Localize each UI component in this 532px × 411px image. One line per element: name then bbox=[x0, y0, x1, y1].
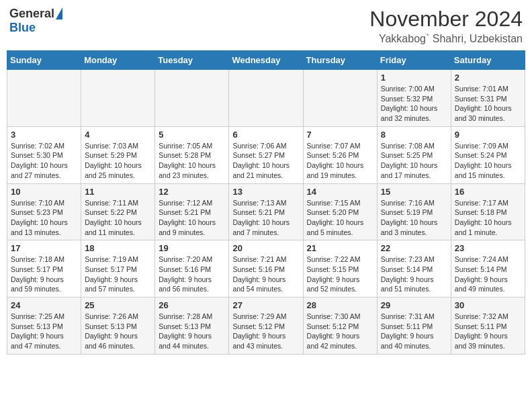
day-info: Sunrise: 7:26 AM Sunset: 5:13 PM Dayligh… bbox=[85, 312, 151, 351]
calendar-cell: 2Sunrise: 7:01 AM Sunset: 5:31 PM Daylig… bbox=[451, 70, 525, 127]
calendar-cell bbox=[155, 70, 229, 127]
day-info: Sunrise: 7:19 AM Sunset: 5:17 PM Dayligh… bbox=[85, 255, 151, 294]
day-number: 28 bbox=[307, 300, 373, 310]
day-info: Sunrise: 7:17 AM Sunset: 5:18 PM Dayligh… bbox=[455, 198, 521, 238]
calendar-cell: 14Sunrise: 7:15 AM Sunset: 5:20 PM Dayli… bbox=[303, 183, 377, 240]
weekday-header-wednesday: Wednesday bbox=[229, 51, 303, 70]
day-info: Sunrise: 7:21 AM Sunset: 5:16 PM Dayligh… bbox=[232, 255, 299, 294]
day-number: 1 bbox=[381, 73, 447, 83]
calendar-cell: 23Sunrise: 7:24 AM Sunset: 5:14 PM Dayli… bbox=[451, 240, 525, 298]
title-section: November 2024 Yakkabog` Shahri, Uzbekist… bbox=[369, 7, 523, 45]
day-number: 22 bbox=[381, 243, 447, 253]
calendar-cell: 19Sunrise: 7:20 AM Sunset: 5:16 PM Dayli… bbox=[155, 240, 229, 298]
day-info: Sunrise: 7:28 AM Sunset: 5:13 PM Dayligh… bbox=[159, 312, 225, 351]
day-number: 18 bbox=[85, 243, 151, 253]
day-info: Sunrise: 7:25 AM Sunset: 5:13 PM Dayligh… bbox=[11, 312, 77, 351]
month-title: November 2024 bbox=[369, 7, 523, 32]
day-info: Sunrise: 7:00 AM Sunset: 5:32 PM Dayligh… bbox=[381, 84, 447, 124]
calendar-week-3: 10Sunrise: 7:10 AM Sunset: 5:23 PM Dayli… bbox=[7, 183, 525, 240]
calendar-week-4: 17Sunrise: 7:18 AM Sunset: 5:17 PM Dayli… bbox=[7, 240, 525, 298]
weekday-header-monday: Monday bbox=[81, 51, 155, 70]
day-info: Sunrise: 7:03 AM Sunset: 5:29 PM Dayligh… bbox=[85, 141, 151, 181]
calendar-cell: 18Sunrise: 7:19 AM Sunset: 5:17 PM Dayli… bbox=[81, 240, 155, 298]
day-info: Sunrise: 7:16 AM Sunset: 5:19 PM Dayligh… bbox=[381, 198, 447, 238]
day-number: 20 bbox=[232, 243, 299, 253]
day-info: Sunrise: 7:05 AM Sunset: 5:28 PM Dayligh… bbox=[159, 141, 225, 181]
calendar-header: SundayMondayTuesdayWednesdayThursdayFrid… bbox=[7, 51, 525, 70]
calendar-cell bbox=[229, 70, 303, 127]
day-info: Sunrise: 7:07 AM Sunset: 5:26 PM Dayligh… bbox=[307, 141, 373, 181]
day-number: 12 bbox=[159, 187, 225, 197]
calendar-cell: 20Sunrise: 7:21 AM Sunset: 5:16 PM Dayli… bbox=[229, 240, 303, 298]
day-info: Sunrise: 7:06 AM Sunset: 5:27 PM Dayligh… bbox=[232, 141, 299, 181]
day-info: Sunrise: 7:24 AM Sunset: 5:14 PM Dayligh… bbox=[455, 255, 521, 294]
calendar-week-2: 3Sunrise: 7:02 AM Sunset: 5:30 PM Daylig… bbox=[7, 126, 525, 183]
day-number: 23 bbox=[455, 243, 521, 253]
day-number: 25 bbox=[85, 300, 151, 310]
day-number: 17 bbox=[11, 243, 77, 253]
calendar-cell: 17Sunrise: 7:18 AM Sunset: 5:17 PM Dayli… bbox=[7, 240, 81, 298]
calendar-week-5: 24Sunrise: 7:25 AM Sunset: 5:13 PM Dayli… bbox=[7, 298, 525, 355]
day-number: 19 bbox=[159, 243, 225, 253]
calendar-cell: 4Sunrise: 7:03 AM Sunset: 5:29 PM Daylig… bbox=[81, 126, 155, 183]
calendar-cell: 21Sunrise: 7:22 AM Sunset: 5:15 PM Dayli… bbox=[303, 240, 377, 298]
day-number: 4 bbox=[85, 130, 151, 140]
calendar-table: SundayMondayTuesdayWednesdayThursdayFrid… bbox=[7, 50, 525, 355]
calendar-cell: 1Sunrise: 7:00 AM Sunset: 5:32 PM Daylig… bbox=[377, 70, 451, 127]
day-number: 13 bbox=[232, 187, 299, 197]
day-number: 6 bbox=[232, 130, 299, 140]
day-info: Sunrise: 7:01 AM Sunset: 5:31 PM Dayligh… bbox=[455, 84, 521, 124]
calendar-cell bbox=[7, 70, 81, 127]
day-number: 21 bbox=[307, 243, 373, 253]
day-number: 16 bbox=[455, 187, 521, 197]
location-text: Yakkabog` Shahri, Uzbekistan bbox=[369, 33, 523, 45]
calendar-cell: 24Sunrise: 7:25 AM Sunset: 5:13 PM Dayli… bbox=[7, 298, 81, 355]
day-number: 11 bbox=[85, 187, 151, 197]
day-info: Sunrise: 7:10 AM Sunset: 5:23 PM Dayligh… bbox=[11, 198, 77, 238]
calendar-cell: 6Sunrise: 7:06 AM Sunset: 5:27 PM Daylig… bbox=[229, 126, 303, 183]
weekday-header-tuesday: Tuesday bbox=[155, 51, 229, 70]
day-number: 14 bbox=[307, 187, 373, 197]
weekday-header-saturday: Saturday bbox=[451, 51, 525, 70]
day-info: Sunrise: 7:23 AM Sunset: 5:14 PM Dayligh… bbox=[381, 255, 447, 294]
day-info: Sunrise: 7:13 AM Sunset: 5:21 PM Dayligh… bbox=[232, 198, 299, 238]
day-number: 8 bbox=[381, 130, 447, 140]
calendar-cell: 16Sunrise: 7:17 AM Sunset: 5:18 PM Dayli… bbox=[451, 183, 525, 240]
logo-blue-text: Blue bbox=[9, 21, 36, 35]
calendar-cell: 7Sunrise: 7:07 AM Sunset: 5:26 PM Daylig… bbox=[303, 126, 377, 183]
day-info: Sunrise: 7:20 AM Sunset: 5:16 PM Dayligh… bbox=[159, 255, 225, 294]
calendar-cell bbox=[81, 70, 155, 127]
day-info: Sunrise: 7:32 AM Sunset: 5:11 PM Dayligh… bbox=[455, 312, 521, 351]
calendar-cell: 22Sunrise: 7:23 AM Sunset: 5:14 PM Dayli… bbox=[377, 240, 451, 298]
day-number: 9 bbox=[455, 130, 521, 140]
calendar-cell: 13Sunrise: 7:13 AM Sunset: 5:21 PM Dayli… bbox=[229, 183, 303, 240]
day-info: Sunrise: 7:11 AM Sunset: 5:22 PM Dayligh… bbox=[85, 198, 151, 238]
weekday-row: SundayMondayTuesdayWednesdayThursdayFrid… bbox=[7, 51, 525, 70]
calendar-cell: 25Sunrise: 7:26 AM Sunset: 5:13 PM Dayli… bbox=[81, 298, 155, 355]
calendar-cell: 27Sunrise: 7:29 AM Sunset: 5:12 PM Dayli… bbox=[229, 298, 303, 355]
day-info: Sunrise: 7:31 AM Sunset: 5:11 PM Dayligh… bbox=[381, 312, 447, 351]
day-info: Sunrise: 7:08 AM Sunset: 5:25 PM Dayligh… bbox=[381, 141, 447, 181]
day-number: 5 bbox=[159, 130, 225, 140]
calendar-cell: 11Sunrise: 7:11 AM Sunset: 5:22 PM Dayli… bbox=[81, 183, 155, 240]
logo-triangle-icon bbox=[56, 7, 62, 19]
day-number: 7 bbox=[307, 130, 373, 140]
calendar-cell: 28Sunrise: 7:30 AM Sunset: 5:12 PM Dayli… bbox=[303, 298, 377, 355]
calendar-cell: 26Sunrise: 7:28 AM Sunset: 5:13 PM Dayli… bbox=[155, 298, 229, 355]
day-number: 24 bbox=[11, 300, 77, 310]
day-number: 26 bbox=[159, 300, 225, 310]
day-info: Sunrise: 7:30 AM Sunset: 5:12 PM Dayligh… bbox=[307, 312, 373, 351]
day-number: 2 bbox=[455, 73, 521, 83]
calendar-cell: 9Sunrise: 7:09 AM Sunset: 5:24 PM Daylig… bbox=[451, 126, 525, 183]
day-number: 27 bbox=[232, 300, 299, 310]
day-number: 15 bbox=[381, 187, 447, 197]
weekday-header-thursday: Thursday bbox=[303, 51, 377, 70]
day-info: Sunrise: 7:15 AM Sunset: 5:20 PM Dayligh… bbox=[307, 198, 373, 238]
calendar-cell: 12Sunrise: 7:12 AM Sunset: 5:21 PM Dayli… bbox=[155, 183, 229, 240]
day-info: Sunrise: 7:12 AM Sunset: 5:21 PM Dayligh… bbox=[159, 198, 225, 238]
calendar-cell: 10Sunrise: 7:10 AM Sunset: 5:23 PM Dayli… bbox=[7, 183, 81, 240]
day-info: Sunrise: 7:18 AM Sunset: 5:17 PM Dayligh… bbox=[11, 255, 77, 294]
logo: General Blue bbox=[9, 7, 62, 35]
day-info: Sunrise: 7:29 AM Sunset: 5:12 PM Dayligh… bbox=[232, 312, 299, 351]
day-number: 30 bbox=[455, 300, 521, 310]
